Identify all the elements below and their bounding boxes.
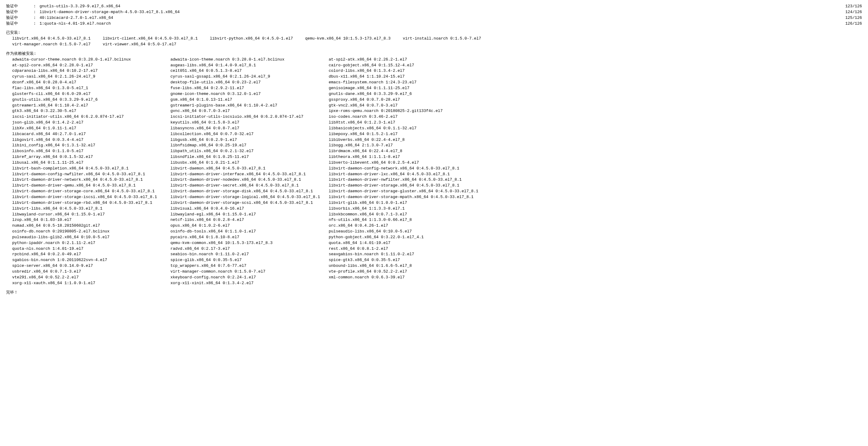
- dep-row: gtk3.x86_64 0:3.22.30-5.el7gvnc.x86_64 0…: [12, 108, 862, 114]
- dep-row: libvirt-daemon-driver-storage-rbd.x86_64…: [12, 200, 862, 206]
- dep-package: gnutls-utils.x86_64 0:3.3.29-9.el7_6: [12, 97, 170, 103]
- verify-label: 验证中: [6, 4, 33, 9]
- dep-package: quota.x86_64 1:4.01-19.el7: [329, 240, 499, 246]
- dep-package: libvirt-daemon-driver-nwfilter.x86_64 0:…: [329, 177, 499, 183]
- installed-package: libvirt.x86_64 0:4.5.0-33.el7_8.1: [12, 36, 90, 42]
- dep-package: libvirt-daemon-driver-storage-gluster.x8…: [329, 189, 499, 194]
- dep-package: desktop-file-utils.x86_64 0:0.23-2.el7: [170, 80, 329, 86]
- dep-row: usbredir.x86_64 0:0.7.1-3.el7virt-manage…: [12, 269, 862, 275]
- dep-package: libXv.x86_64 0:1.0.11-1.el7: [12, 126, 170, 131]
- dep-package: libvirt-daemon-driver-storage-iscsi.x86_…: [12, 194, 170, 200]
- dep-package: gssproxy.x86_64 0:0.7.0-28.el7: [329, 97, 499, 103]
- dep-package: libvirt-daemon-driver-storage-scsi.x86_6…: [170, 200, 329, 206]
- verify-package: 40:libcacard-2.7.0-1.el7.x86_64: [39, 15, 838, 21]
- dep-package: libgusb.x86_64 0:0.2.9-1.el7: [170, 137, 329, 143]
- dep-package: rpcbind.x86_64 0:0.2.0-49.el7: [12, 252, 170, 257]
- dep-package: libvorbis.x86_64 1:1.3.3-8.el7.1: [329, 206, 499, 212]
- dep-row: vte291.x86_64 0:0.52.2-2.el7xkeyboard-co…: [12, 275, 862, 281]
- dep-package: sgabios-bin.noarch 1:0.20110622svn-4.el7: [12, 257, 170, 263]
- dep-package: vte-profile.x86_64 0:0.52.2-2.el7: [329, 269, 499, 275]
- dep-package: at-spi2-atk.x86_64 0:2.26.2-1.el7: [329, 57, 499, 63]
- installed-package: virt-viewer.x86_64 0:5.0-17.el7: [102, 42, 176, 47]
- dep-row: libcacard.x86_64 40:2.7.0-1.el7libcollec…: [12, 131, 862, 137]
- dep-package: seabios-bin.noarch 0:1.11.0-2.el7: [170, 252, 329, 257]
- dep-package: libvirt-daemon-driver-storage-mpath.x86_…: [329, 194, 499, 200]
- dep-package: flac-libs.x86_64 0:1.3.0-5.el7_1: [12, 86, 170, 91]
- dep-package: libcollection.x86_64 0:0.7.0-32.el7: [170, 131, 329, 137]
- dep-package: orc.x86_64 0:0.4.26-1.el7: [329, 223, 499, 229]
- verify-label: 验证中: [6, 15, 33, 21]
- dep-package: cyrus-sasl.x86_64 0:2.1.26-24.el7_9: [12, 74, 170, 80]
- installed-row: libvirt.x86_64 0:4.5.0-33.el7_8.1libvirt…: [12, 36, 862, 42]
- dep-package: spice-glib.x86_64 0:0.35-5.el7: [170, 257, 329, 263]
- dep-package: opus.x86_64 0:1.0.2-6.el7: [170, 223, 329, 229]
- dep-package: libvirt-daemon-driver-storage-disk.x86_6…: [170, 189, 329, 194]
- dep-package: tcp_wrappers.x86_64 0:7.6-77.el7: [170, 263, 329, 269]
- dep-package: cyrus-sasl-gssapi.x86_64 0:2.1.26-24.el7…: [170, 74, 329, 80]
- dep-package: libsndfile.x86_64 0:1.0.25-11.el7: [170, 154, 329, 160]
- dep-package: osinfo-db.noarch 0:20190805-2.el7.bclinu…: [12, 229, 170, 234]
- dep-package: unbound-libs.x86_64 0:1.6.6-5.el7_8: [329, 263, 499, 269]
- dep-row: glusterfs-cli.x86_64 0:6.0-29.el7gnome-i…: [12, 91, 862, 97]
- dep-package: libosinfo.x86_64 0:1.1.0-5.el7: [12, 149, 170, 154]
- dep-package: libasyncns.x86_64 0:0.8-7.el7: [170, 126, 329, 131]
- dep-package: iscsi-initiator-utils-iscsiuio.x86_64 0:…: [170, 114, 329, 120]
- dep-package: cairo-gobject.x86_64 0:1.15.12-4.el7: [329, 63, 499, 68]
- dep-package: libvirt-daemon-driver-interface.x86_64 0…: [170, 171, 329, 178]
- dep-package: libverto-libevent.x86_64 0:0.2.5-4.el7: [329, 160, 499, 166]
- dep-package: python-gobject.x86_64 0:3.22.0-1.el7_4.1: [329, 234, 499, 240]
- dep-package: nfs-utils.x86_64 1:1.3.0-0.66.el7_8: [329, 217, 499, 223]
- dep-package: genisoimage.x86_64 0:1.1.11-25.el7: [329, 86, 499, 91]
- installed-package: virt-manager.noarch 0:1.5.0-7.el7: [12, 42, 90, 47]
- dep-package: libxkbcommon.x86_64 0:0.7.1-3.el7: [329, 212, 499, 218]
- dep-package: xml-common.noarch 0:0.6.3-39.el7: [329, 275, 499, 281]
- installed-list: libvirt.x86_64 0:4.5.0-33.el7_8.1libvirt…: [12, 36, 862, 47]
- colon: :: [33, 4, 39, 9]
- dep-package: lzop.x86_64 0:1.03-10.el7: [12, 217, 170, 223]
- dep-package: libref_array.x86_64 0:0.1.5-32.el7: [12, 154, 170, 160]
- dep-package: libwayland-egl.x86_64 0:1.15.0-1.el7: [170, 212, 329, 218]
- dep-package: gstreamer1-plugins-base.x86_64 0:1.10.4-…: [170, 103, 329, 108]
- dep-package: libtheora.x86_64 1:1.1.1-8.el7: [329, 154, 499, 160]
- dep-package: ipxe-roms-qemu.noarch 0:20180825-2.git13…: [329, 108, 499, 114]
- dep-package: xorg-x11-xauth.x86_64 1:1.0.9-1.el7: [12, 281, 170, 286]
- dep-package: gsm.x86_64 0:1.0.13-11.el7: [170, 97, 329, 103]
- dep-package: gtk-vnc2.x86_64 0:0.7.0-3.el7: [329, 103, 499, 108]
- dep-row: pulseaudio-libs-glib2.x86_64 0:10.0-5.el…: [12, 234, 862, 240]
- dep-package: vte291.x86_64 0:0.52.2-2.el7: [12, 275, 170, 281]
- dep-row: libvirt-daemon-config-nwfilter.x86_64 0:…: [12, 171, 862, 178]
- dep-package: libpath_utils.x86_64 0:0.2.1-32.el7: [170, 149, 329, 154]
- dep-package: keyutils.x86_64 0:1.5.8-3.el7: [170, 120, 329, 126]
- verify-block: 验证中: gnutls-utils-3.3.29-9.el7_6.x86_641…: [6, 4, 862, 27]
- dep-row: adwaita-cursor-theme.noarch 0:3.28.0-1.e…: [12, 57, 862, 63]
- dep-installed-header: 作为依赖被安装:: [6, 51, 862, 57]
- dep-row: python-ipaddr.noarch 0:2.1.11-2.el7qemu-…: [12, 240, 862, 246]
- dep-row: lzop.x86_64 0:1.03-10.el7netcf-libs.x86_…: [12, 217, 862, 223]
- dep-package: libvirt-daemon-driver-nodedev.x86_64 0:4…: [170, 177, 329, 183]
- dep-package: json-glib.x86_64 0:1.4.2-2.el7: [12, 120, 170, 126]
- dep-package: xorg-x11-xinit.x86_64 0:1.3.4-2.el7: [170, 281, 329, 286]
- dep-package: libwayland-cursor.x86_64 0:1.15.0-1.el7: [12, 212, 170, 218]
- installed-package: libvirt-python.x86_64 0:4.5.0-1.el7: [210, 36, 293, 42]
- dep-package: glusterfs-cli.x86_64 0:6.0-29.el7: [12, 91, 170, 97]
- dep-package: libvirt-daemon-driver-storage-logical.x8…: [170, 194, 329, 200]
- colon: :: [33, 9, 39, 15]
- dep-row: numad.x86_64 0:0.5-18.20150602git.el7opu…: [12, 223, 862, 229]
- dep-row: xorg-x11-xauth.x86_64 1:1.0.9-1.el7xorg-…: [12, 281, 862, 286]
- dep-row: libvirt-daemon-driver-storage-iscsi.x86_…: [12, 194, 862, 200]
- dep-package: libvirt-daemon-driver-storage-rbd.x86_64…: [12, 200, 170, 206]
- dep-package: libvirt-daemon-driver-storage-core.x86_6…: [12, 189, 170, 194]
- verify-package: gnutls-utils-3.3.29-9.el7_6.x86_64: [39, 4, 838, 9]
- dep-package: spice-gtk3.x86_64 0:0.35-5.el7: [329, 257, 499, 263]
- verify-count: 125/126: [838, 15, 862, 21]
- dep-package: adwaita-icon-theme.noarch 0:3.28.0-1.el7…: [170, 57, 329, 63]
- dep-package: seavgabios-bin.noarch 0:1.11.0-2.el7: [329, 252, 499, 257]
- dep-package: libusal.x86_64 0:1.1.11-25.el7: [12, 160, 170, 166]
- dep-list: adwaita-cursor-theme.noarch 0:3.28.0-1.e…: [12, 57, 862, 286]
- dep-row: libgovirt.x86_64 0:0.3.4-4.el7libgusb.x8…: [12, 137, 862, 143]
- dep-row: quota-nls.noarch 1:4.01-19.el7radvd.x86_…: [12, 246, 862, 252]
- dep-row: libvirt-bash-completion.x86_64 0:4.5.0-3…: [12, 166, 862, 171]
- dep-row: libvirt-daemon-driver-network.x86_64 0:4…: [12, 177, 862, 183]
- dep-package: pulseaudio-libs.x86_64 0:10.0-5.el7: [329, 229, 499, 234]
- verify-count: 123/126: [838, 4, 862, 9]
